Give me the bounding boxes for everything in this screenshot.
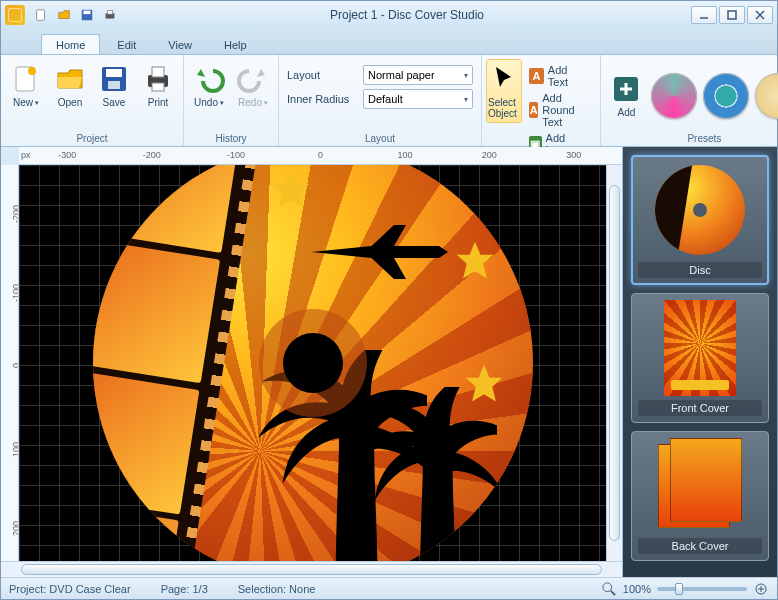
side-item-disc[interactable]: Disc	[631, 155, 769, 285]
svg-line-19	[611, 590, 615, 594]
zoom-slider[interactable]	[657, 587, 747, 591]
status-selection: Selection: None	[238, 583, 316, 595]
workspace: px -300 -200 -100 0 100 200 300 -200 -10…	[1, 147, 777, 577]
add-text-button[interactable]: AAdd Text	[526, 63, 590, 89]
tab-edit[interactable]: Edit	[102, 34, 151, 54]
svg-rect-13	[108, 81, 120, 89]
canvas-area: px -300 -200 -100 0 100 200 300 -200 -10…	[1, 147, 623, 577]
status-page: Page: 1/3	[161, 583, 208, 595]
round-text-icon: A	[529, 102, 538, 118]
svg-point-10	[28, 67, 36, 75]
tab-home[interactable]: Home	[41, 34, 100, 54]
caret-icon: ▾	[220, 99, 224, 107]
qa-print-button[interactable]	[100, 5, 120, 25]
chevron-down-icon: ▾	[464, 95, 468, 104]
ribbon-group-general: Select Object AAdd Text AAdd Round Text …	[482, 55, 601, 146]
chevron-down-icon: ▾	[464, 71, 468, 80]
cursor-icon	[488, 63, 520, 95]
horizontal-scrollbar[interactable]	[1, 561, 622, 577]
caret-icon: ▾	[35, 99, 39, 107]
scrollbar-thumb[interactable]	[609, 185, 620, 541]
ribbon-group-project: New▾ Open Save Print Project	[1, 55, 184, 146]
undo-icon	[193, 63, 225, 95]
svg-rect-16	[152, 83, 164, 91]
star-shape	[453, 240, 497, 284]
text-icon: A	[529, 68, 544, 84]
ribbon-tabs: Home Edit View Help	[1, 29, 777, 55]
tab-help[interactable]: Help	[209, 34, 262, 54]
inner-radius-label: Inner Radius	[287, 93, 357, 105]
inner-radius-combo[interactable]: Default ▾	[363, 89, 473, 109]
horizontal-ruler: px -300 -200 -100 0 100 200 300	[19, 147, 622, 165]
maximize-button[interactable]	[719, 6, 745, 24]
print-icon	[142, 63, 174, 95]
app-window: Project 1 - Disc Cover Studio Home Edit …	[0, 0, 778, 600]
titlebar: Project 1 - Disc Cover Studio	[1, 1, 777, 29]
scrollbar-thumb[interactable]	[21, 564, 602, 575]
undo-button[interactable]: Undo▾	[188, 59, 230, 112]
svg-rect-4	[107, 11, 112, 15]
qa-new-button[interactable]	[31, 5, 51, 25]
qa-save-button[interactable]	[77, 5, 97, 25]
vertical-ruler: -200 -100 0 100 200	[1, 165, 19, 561]
minimize-button[interactable]	[691, 6, 717, 24]
preset-thumb-3[interactable]	[755, 73, 778, 119]
svg-rect-6	[728, 11, 736, 19]
new-icon	[10, 63, 42, 95]
star-shape	[269, 169, 313, 213]
vertical-scrollbar[interactable]	[606, 165, 622, 561]
select-object-button[interactable]: Select Object	[486, 59, 522, 123]
disc-thumb	[645, 162, 755, 258]
caret-icon: ▾	[264, 99, 268, 107]
zoom-value: 100%	[623, 583, 651, 595]
zoom-out-icon[interactable]	[601, 581, 617, 597]
disc-artwork[interactable]	[93, 165, 533, 561]
ribbon-group-layout: Layout Normal paper ▾ Inner Radius Defau…	[279, 55, 482, 146]
close-button[interactable]	[747, 6, 773, 24]
statusbar: Project: DVD Case Clear Page: 1/3 Select…	[1, 577, 777, 599]
tab-view[interactable]: View	[153, 34, 207, 54]
zoom-slider-handle[interactable]	[675, 583, 683, 595]
design-canvas[interactable]	[19, 165, 606, 561]
zoom-control: 100%	[601, 581, 769, 597]
preset-thumb-2[interactable]	[703, 73, 749, 119]
svg-rect-12	[106, 69, 122, 77]
add-round-text-button[interactable]: AAdd Round Text	[526, 91, 590, 129]
print-button[interactable]: Print	[137, 59, 179, 112]
open-icon	[54, 63, 86, 95]
svg-rect-2	[84, 11, 91, 15]
ribbon: New▾ Open Save Print Project	[1, 55, 777, 147]
zoom-in-icon[interactable]	[753, 581, 769, 597]
add-preset-icon	[610, 73, 642, 105]
airplane-silhouette	[304, 222, 454, 282]
svg-point-18	[603, 582, 612, 591]
ribbon-group-presets: Add Presets	[601, 55, 778, 146]
svg-rect-15	[152, 67, 164, 77]
qa-open-button[interactable]	[54, 5, 74, 25]
open-button[interactable]: Open	[49, 59, 91, 112]
ribbon-group-history: Undo▾ Redo▾ History	[184, 55, 279, 146]
app-icon	[5, 5, 25, 25]
window-title: Project 1 - Disc Cover Studio	[123, 8, 691, 22]
add-preset-button[interactable]: Add	[605, 69, 647, 122]
layout-combo[interactable]: Normal paper ▾	[363, 65, 473, 85]
side-item-front-cover[interactable]: Front Cover	[631, 293, 769, 423]
layout-label: Layout	[287, 69, 357, 81]
save-icon	[98, 63, 130, 95]
back-cover-thumb	[645, 438, 755, 534]
new-button[interactable]: New▾	[5, 59, 47, 112]
save-button[interactable]: Save	[93, 59, 135, 112]
side-panel: Disc Front Cover Back Co	[623, 147, 777, 577]
svg-rect-0	[37, 10, 45, 21]
redo-button: Redo▾	[232, 59, 274, 112]
front-cover-thumb	[645, 300, 755, 396]
redo-icon	[237, 63, 269, 95]
status-project: Project: DVD Case Clear	[9, 583, 131, 595]
side-item-back-cover[interactable]: Back Cover	[631, 431, 769, 561]
preset-thumb-1[interactable]	[651, 73, 697, 119]
